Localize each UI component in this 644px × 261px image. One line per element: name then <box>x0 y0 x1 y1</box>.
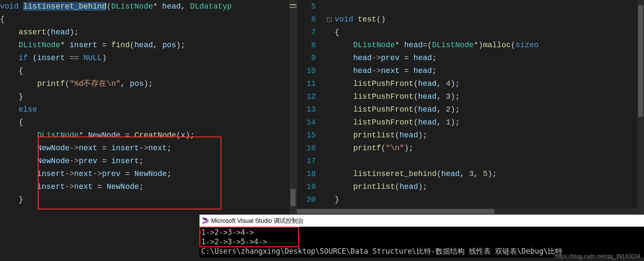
code-line[interactable]: void listinseret_behind(DListNode* head,… <box>0 0 296 13</box>
scroll-marker <box>290 7 296 8</box>
code-line[interactable]: { <box>0 116 296 129</box>
scroll-thumb[interactable] <box>638 5 643 117</box>
code-line[interactable]: printf("%d不存在\n", pos); <box>0 77 296 90</box>
code-line[interactable]: head->next = head; <box>327 64 644 77</box>
editor-pane-right[interactable]: 56789101112131415161718192021 −void test… <box>297 0 644 215</box>
code-area-left[interactable]: void listinseret_behind(DListNode* head,… <box>0 0 296 206</box>
console-title-text: Microsoft Visual Studio 调试控制台 <box>211 215 304 227</box>
code-line[interactable]: insert->next->prev = NewNode; <box>0 167 296 180</box>
code-line[interactable]: listPushFront(head, 1); <box>327 116 644 129</box>
code-line[interactable]: DListNode* insert = find(head, pos); <box>0 39 296 52</box>
code-line[interactable]: { <box>327 26 644 39</box>
code-line[interactable]: −void test() <box>327 13 644 26</box>
code-line[interactable]: listinseret_behind(head, 3, 5); <box>327 167 644 180</box>
code-line[interactable]: NewNode->next = insert->next; <box>0 142 296 155</box>
code-line[interactable] <box>327 0 644 13</box>
code-line[interactable]: } <box>0 90 296 103</box>
code-line[interactable]: listPushFront(head, 2); <box>327 103 644 116</box>
code-line[interactable]: insert->next = NewNode; <box>0 180 296 193</box>
code-line[interactable]: printf("\n"); <box>327 142 644 155</box>
code-line[interactable]: printlist(head); <box>327 180 644 193</box>
code-line[interactable]: NewNode->prev = insert; <box>0 155 296 167</box>
code-line[interactable] <box>327 155 644 167</box>
debug-console-window: Microsoft Visual Studio 调试控制台 1->2->3->4… <box>200 215 644 258</box>
code-line[interactable]: assert(head); <box>0 26 296 39</box>
console-titlebar[interactable]: Microsoft Visual Studio 调试控制台 <box>200 215 644 227</box>
code-line[interactable]: listPushFront(head, 4); <box>327 77 644 90</box>
code-line[interactable]: listPushFront(head, 3); <box>327 90 644 103</box>
scroll-thumb[interactable] <box>297 209 494 214</box>
code-line[interactable]: head->prev = head; <box>327 52 644 64</box>
code-line[interactable]: } <box>327 193 644 206</box>
code-line[interactable]: if (insert == NULL) <box>0 52 296 64</box>
scrollbar-vertical-right[interactable] <box>637 0 644 215</box>
editor-pane-left[interactable]: void listinseret_behind(DListNode* head,… <box>0 0 297 215</box>
scrollbar-vertical-left[interactable] <box>290 0 296 215</box>
code-area-right[interactable]: −void test() { DListNode* head=(DListNod… <box>324 0 644 215</box>
code-line[interactable]: DListNode* head=(DListNode*)malloc(sizeo <box>327 39 644 52</box>
code-line[interactable]: } <box>0 193 296 206</box>
code-line[interactable]: { <box>0 13 296 26</box>
code-line[interactable]: DListNode* NewNode = CreatNode(x); <box>0 129 296 142</box>
scroll-marker <box>290 4 296 5</box>
scroll-thumb[interactable] <box>290 189 296 206</box>
code-line[interactable]: else <box>0 103 296 116</box>
watermark-text: https://blog.csdn.net/qq_39183034 <box>555 253 641 259</box>
line-number-gutter: 56789101112131415161718192021 <box>297 0 324 215</box>
code-line[interactable]: printlist(head); <box>327 129 644 142</box>
fold-toggle-icon[interactable]: − <box>327 17 332 22</box>
visual-studio-icon <box>202 218 209 224</box>
code-line[interactable]: { <box>0 64 296 77</box>
scrollbar-horizontal-right[interactable] <box>297 208 644 215</box>
editor-split-area: void listinseret_behind(DListNode* head,… <box>0 0 644 215</box>
